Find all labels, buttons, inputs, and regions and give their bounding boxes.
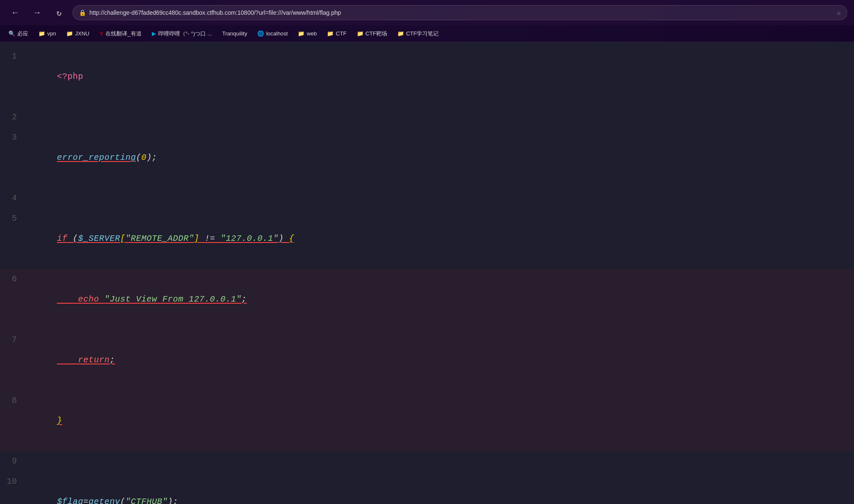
bookmark-web[interactable]: 📁 web	[294, 29, 321, 38]
bookmark-label: localhost	[266, 30, 288, 37]
bookmark-label: Tranquility	[222, 30, 247, 37]
bookmark-label: 哔哩哔哩（°- °)つ口 ...	[158, 30, 212, 38]
line-number: 2	[0, 107, 25, 127]
code-line-7: 7 return;	[0, 330, 854, 391]
line-number: 7	[0, 330, 25, 350]
bookmark-vpn[interactable]: 📁 vpn	[34, 29, 60, 38]
code-content: $flag=getenv("CTFHUB");	[25, 472, 178, 504]
code-line-10: 10 $flag=getenv("CTFHUB");	[0, 472, 854, 504]
bilibili-icon: ▶	[152, 30, 156, 37]
code-line-1: 1 <?php	[0, 46, 854, 107]
code-line-6: 6 echo "Just View From 127.0.0.1";	[0, 269, 854, 330]
forward-button[interactable]: →	[29, 4, 46, 21]
star-icon[interactable]: ☆	[836, 8, 841, 17]
bookmark-label: JXNU	[75, 30, 89, 37]
bookmark-label: 在线翻译_有道	[105, 30, 141, 38]
code-content: }	[25, 391, 62, 451]
code-content: if ($_SERVER["REMOTE_ADDR"] != "127.0.0.…	[25, 208, 294, 269]
code-line-8: 8 }	[0, 391, 854, 451]
bookmark-label: web	[307, 30, 317, 37]
bookmark-label: CTF	[336, 30, 346, 37]
code-area: 1 <?php 2 3 error_reporting(0); 4 5 if (…	[0, 42, 854, 504]
code-content: <?php	[25, 46, 84, 107]
bookmark-label: CTF学习笔记	[406, 30, 439, 38]
address-bar[interactable]: 🔒 http://challenge-d67faded69cc480c.sand…	[73, 5, 847, 20]
bookmark-ctf-notes[interactable]: 📁 CTF学习笔记	[393, 28, 443, 39]
bookmarks-bar: 🔍 必应 📁 vpn 📁 JXNU Y 在线翻译_有道 ▶ 哔哩哔哩（°- °)…	[0, 25, 854, 42]
folder-icon: 📁	[66, 30, 73, 37]
code-content: echo "Just View From 127.0.0.1";	[25, 269, 247, 330]
address-text: http://challenge-d67faded69cc480c.sandbo…	[89, 9, 833, 16]
folder-icon: 📁	[38, 30, 45, 37]
line-number: 3	[0, 127, 25, 148]
globe-icon: 🌐	[257, 30, 264, 37]
browser-chrome: ← → ↻ 🔒 http://challenge-d67faded69cc480…	[0, 0, 854, 42]
line-number: 10	[0, 472, 25, 492]
code-line-5: 5 if ($_SERVER["REMOTE_ADDR"] != "127.0.…	[0, 208, 854, 269]
code-line-9: 9	[0, 451, 854, 472]
code-content: return;	[25, 330, 115, 391]
folder-icon: 📁	[397, 30, 404, 37]
bookmark-ctf-target[interactable]: 📁 CTF靶场	[353, 28, 391, 39]
code-content: error_reporting(0);	[25, 127, 157, 188]
line-number: 8	[0, 391, 25, 411]
title-bar: ← → ↻ 🔒 http://challenge-d67faded69cc480…	[0, 0, 854, 25]
lock-icon: 🔒	[79, 9, 86, 16]
back-button[interactable]: ←	[7, 4, 24, 21]
youdao-icon: Y	[100, 30, 103, 37]
search-icon: 🔍	[8, 30, 15, 37]
code-line-4: 4	[0, 188, 854, 208]
refresh-button[interactable]: ↻	[51, 4, 67, 21]
bookmark-jxnu[interactable]: 📁 JXNU	[62, 29, 94, 38]
bookmark-label: CTF靶场	[366, 30, 387, 38]
line-number: 4	[0, 188, 25, 208]
bookmark-label: 必应	[17, 30, 28, 38]
code-line-3: 3 error_reporting(0);	[0, 127, 854, 188]
bookmark-localhost[interactable]: 🌐 localhost	[253, 29, 292, 38]
bookmark-ctf[interactable]: 📁 CTF	[323, 29, 350, 38]
bookmark-bilibili[interactable]: ▶ 哔哩哔哩（°- °)つ口 ...	[148, 28, 216, 39]
line-number: 5	[0, 208, 25, 229]
folder-icon: 📁	[327, 30, 334, 37]
folder-icon: 📁	[298, 30, 304, 37]
folder-icon: 📁	[357, 30, 364, 37]
line-number: 9	[0, 451, 25, 472]
bookmark-label: vpn	[47, 30, 56, 37]
line-number: 1	[0, 46, 25, 67]
line-number: 6	[0, 269, 25, 289]
bookmark-youdao[interactable]: Y 在线翻译_有道	[95, 28, 146, 39]
bookmark-tranquility[interactable]: Tranquility	[218, 29, 251, 38]
bookmark-biyng[interactable]: 🔍 必应	[4, 28, 32, 39]
code-line-2: 2	[0, 107, 854, 127]
